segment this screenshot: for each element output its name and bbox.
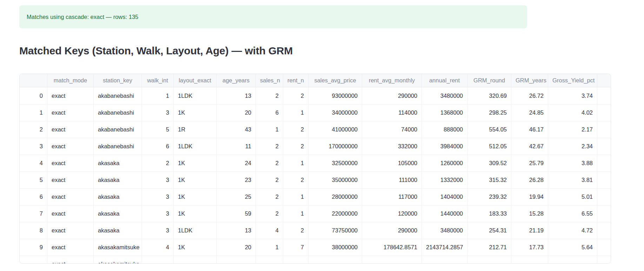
cell-sales_n: 1 bbox=[255, 239, 283, 256]
cell-layout_exact: 1K bbox=[173, 104, 216, 121]
cell-rent_n: 2 bbox=[283, 87, 308, 104]
cell-annual_rent: 1260000 bbox=[421, 155, 467, 171]
cell-rent_avg_monthly: 120000 bbox=[362, 205, 421, 222]
cell-annual_rent bbox=[421, 256, 467, 264]
cell-rent_avg_monthly: 74000 bbox=[362, 121, 421, 138]
success-banner-text: Matches using cascade: exact — rows: 135 bbox=[27, 14, 138, 20]
cell-match_mode: exact bbox=[47, 256, 93, 264]
table-viewport[interactable]: match_modestation_keywalk_intlayout_exac… bbox=[19, 74, 611, 264]
table-row: 3exactakabanebashi61LDK11221700000003320… bbox=[20, 138, 611, 155]
cell-match_mode: exact bbox=[47, 121, 93, 138]
cell-GRM_years: 21.19 bbox=[511, 222, 548, 239]
cell-walk_int: 3 bbox=[141, 205, 173, 222]
cell-walk_int: 6 bbox=[141, 138, 173, 155]
cell-sales_clipped bbox=[597, 87, 611, 104]
cell-GRM_years: 19.94 bbox=[511, 188, 548, 205]
column-header-rent_avg_monthly: rent_avg_monthly bbox=[362, 74, 421, 87]
cell-GRM_years: 25.79 bbox=[511, 155, 548, 171]
cell-sales_avg_price: 22000000 bbox=[308, 205, 362, 222]
cell-station_key: akasaka bbox=[93, 155, 141, 171]
cell-annual_rent: 1404000 bbox=[421, 188, 467, 205]
table-row: 7exactakasaka31K592122000000120000144000… bbox=[20, 205, 611, 222]
cell-Gross_Yield_pct: 5.01 bbox=[548, 188, 597, 205]
cell-layout_exact bbox=[173, 256, 216, 264]
cell-Gross_Yield_pct: 3.88 bbox=[548, 155, 597, 171]
row-index-cell: 0 bbox=[20, 87, 47, 104]
cell-GRM_years: 46.17 bbox=[511, 121, 548, 138]
cell-sales_n: 2 bbox=[255, 87, 283, 104]
cell-GRM_round: 512.05 bbox=[467, 138, 511, 155]
row-index-cell: 6 bbox=[20, 188, 47, 205]
column-header-layout_exact: layout_exact bbox=[173, 74, 216, 87]
column-header-sales_avg_price: sales_avg_price bbox=[308, 74, 362, 87]
cell-sales_n: 2 bbox=[255, 205, 283, 222]
cell-annual_rent: 1368000 bbox=[421, 104, 467, 121]
row-index-cell: 1 bbox=[20, 104, 47, 121]
cell-GRM_round: 554.05 bbox=[467, 121, 511, 138]
cell-annual_rent: 3480000 bbox=[421, 87, 467, 104]
cell-Gross_Yield_pct: 6.55 bbox=[548, 205, 597, 222]
cell-match_mode: exact bbox=[47, 104, 93, 121]
cell-rent_avg_monthly: 290000 bbox=[362, 87, 421, 104]
cell-GRM_round: 309.52 bbox=[467, 155, 511, 171]
cell-rent_n: 2 bbox=[283, 138, 308, 155]
cell-walk_int: 5 bbox=[141, 121, 173, 138]
cell-sales_avg_price: 32500000 bbox=[308, 155, 362, 171]
column-header-annual_rent: annual_rent bbox=[421, 74, 467, 87]
cell-rent_n: 2 bbox=[283, 171, 308, 188]
cell-station_key: akabanebashi bbox=[93, 121, 141, 138]
cell-age_years: 23 bbox=[216, 171, 255, 188]
cell-rent_n bbox=[283, 256, 308, 264]
row-index-cell: 9 bbox=[20, 239, 47, 256]
cell-sales_avg_price: 41000000 bbox=[308, 121, 362, 138]
cell-Gross_Yield_pct: 5.64 bbox=[548, 239, 597, 256]
column-header-match_mode: match_mode bbox=[47, 74, 93, 87]
cell-station_key: akasaka bbox=[93, 205, 141, 222]
cell-Gross_Yield_pct: 2.34 bbox=[548, 138, 597, 155]
cell-Gross_Yield_pct: 3.81 bbox=[548, 171, 597, 188]
cell-walk_int bbox=[141, 256, 173, 264]
column-header-GRM_years: GRM_years bbox=[511, 74, 548, 87]
cell-station_key: akabanebashi bbox=[93, 104, 141, 121]
cell-sales_clipped bbox=[597, 222, 611, 239]
cell-age_years: 20 bbox=[216, 104, 255, 121]
cell-GRM_years: 24.85 bbox=[511, 104, 548, 121]
cell-age_years: 25 bbox=[216, 188, 255, 205]
page-title: Matched Keys (Station, Walk, Layout, Age… bbox=[19, 45, 293, 57]
cell-rent_avg_monthly: 290000 bbox=[362, 222, 421, 239]
cell-layout_exact: 1K bbox=[173, 155, 216, 171]
cell-age_years: 24 bbox=[216, 155, 255, 171]
column-header-station_key: station_key bbox=[93, 74, 141, 87]
cell-GRM_round: 212.71 bbox=[467, 239, 511, 256]
column-header-sales_n: sales_n bbox=[255, 74, 283, 87]
cell-annual_rent: 3984000 bbox=[421, 138, 467, 155]
table-header: match_modestation_keywalk_intlayout_exac… bbox=[20, 74, 611, 87]
cell-layout_exact: 1K bbox=[173, 171, 216, 188]
cell-age_years: 13 bbox=[216, 222, 255, 239]
cell-walk_int: 3 bbox=[141, 222, 173, 239]
cell-GRM_round: 254.31 bbox=[467, 222, 511, 239]
cell-age_years: 11 bbox=[216, 138, 255, 155]
cell-sales_n: 2 bbox=[255, 155, 283, 171]
table-row: 0exactakabanebashi11LDK13229300000029000… bbox=[20, 87, 611, 104]
column-header-age_years: age_years bbox=[216, 74, 255, 87]
cell-match_mode: exact bbox=[47, 188, 93, 205]
cell-sales_avg_price: 38000000 bbox=[308, 239, 362, 256]
cell-Gross_Yield_pct: 3.74 bbox=[548, 87, 597, 104]
cell-station_key: akasakamitsuke bbox=[93, 239, 141, 256]
cell-layout_exact: 1K bbox=[173, 239, 216, 256]
cell-sales_clipped bbox=[597, 138, 611, 155]
cell-sales_avg_price: 35000000 bbox=[308, 171, 362, 188]
cell-rent_avg_monthly: 114000 bbox=[362, 104, 421, 121]
cell-sales_avg_price bbox=[308, 256, 362, 264]
cell-station_key: akasakamitsuke bbox=[93, 256, 141, 264]
table-header-row: match_modestation_keywalk_intlayout_exac… bbox=[20, 74, 611, 87]
cell-match_mode: exact bbox=[47, 155, 93, 171]
cell-layout_exact: 1K bbox=[173, 188, 216, 205]
cell-sales_avg_price: 170000000 bbox=[308, 138, 362, 155]
row-index-cell: 7 bbox=[20, 205, 47, 222]
cell-sales_n: 4 bbox=[255, 222, 283, 239]
cell-match_mode: exact bbox=[47, 205, 93, 222]
column-header-walk_int: walk_int bbox=[141, 74, 173, 87]
cell-GRM_round: 298.25 bbox=[467, 104, 511, 121]
